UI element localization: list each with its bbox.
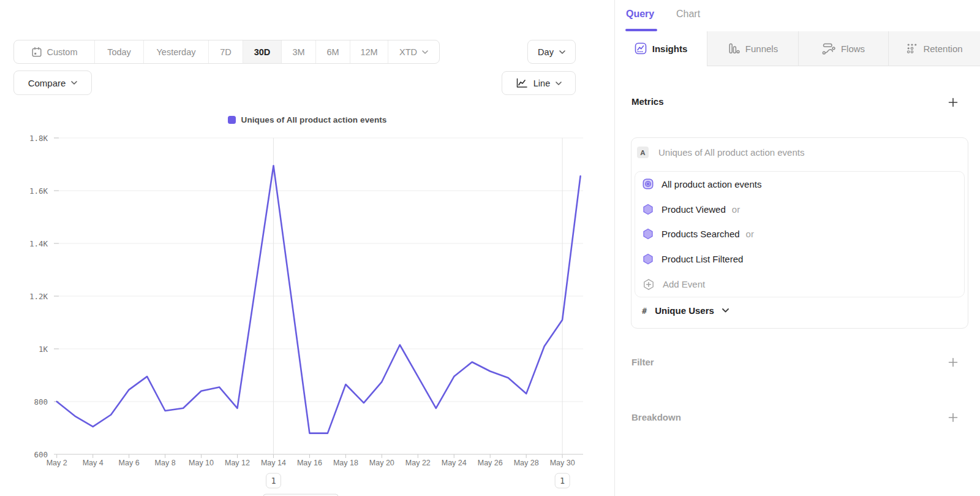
- event-list: All product action events Product Viewed…: [635, 171, 965, 297]
- flows-icon: [822, 42, 835, 55]
- x-tick-label: May 14: [261, 459, 286, 467]
- range-xtd-button[interactable]: XTD: [388, 40, 439, 63]
- range-label: Custom: [47, 47, 78, 57]
- event-row[interactable]: Products Searched or: [635, 222, 964, 247]
- chart-pane: 1.8K1.6K1.4K1.2K1K800600May 2May 4May 6M…: [0, 0, 614, 496]
- granularity-button[interactable]: Day: [527, 40, 576, 64]
- chart-type-button[interactable]: Line: [502, 71, 576, 95]
- aggregation-selector[interactable]: # Unique Users: [642, 305, 729, 316]
- range-custom-button[interactable]: Custom: [14, 40, 95, 63]
- event-name: Products Searched: [662, 229, 740, 239]
- event-operator: or: [732, 204, 740, 215]
- tab-funnels[interactable]: Funnels: [707, 31, 798, 66]
- breakdown-heading: Breakdown: [631, 412, 681, 422]
- add-event-label: Add Event: [663, 279, 705, 289]
- report-type-tabs: Insights Funnels Flows: [615, 31, 980, 66]
- metric-card: A Uniques of All product action events A…: [631, 137, 968, 329]
- y-tick-label: 600: [34, 450, 48, 459]
- chevron-down-icon: [559, 50, 565, 54]
- range-30d-button[interactable]: 30D: [243, 40, 282, 63]
- x-tick-label: May 28: [514, 459, 539, 467]
- x-tick-label: May 22: [405, 459, 431, 467]
- x-tick-label: May 12: [225, 459, 250, 467]
- range-yesterday-button[interactable]: Yesterday: [144, 40, 209, 63]
- funnels-icon: [728, 42, 740, 55]
- granularity-label: Day: [538, 47, 554, 57]
- range-label: Yesterday: [157, 47, 196, 57]
- y-tick-label: 1.2K: [29, 292, 48, 301]
- y-tick-label: 1.6K: [29, 186, 48, 196]
- event-row[interactable]: All product action events: [635, 172, 964, 197]
- event-row[interactable]: Product Viewed or: [635, 197, 964, 222]
- tab-chart[interactable]: Chart: [676, 9, 700, 20]
- metric-letter-badge: A: [637, 147, 649, 158]
- range-12m-button[interactable]: 12M: [350, 40, 388, 63]
- number-icon: #: [642, 306, 647, 316]
- annotation-badge[interactable]: [555, 473, 570, 488]
- x-tick-label: May 30: [550, 459, 575, 467]
- query-panel: Query Chart Insights Funnels: [614, 0, 980, 496]
- aggregation-label: Unique Users: [655, 305, 714, 316]
- range-3m-button[interactable]: 3M: [282, 40, 316, 63]
- tab-query[interactable]: Query: [626, 9, 654, 20]
- event-hexagon-icon: [643, 228, 654, 240]
- event-name: All product action events: [662, 179, 761, 189]
- add-metric-button[interactable]: [948, 97, 958, 107]
- legend-swatch: [228, 116, 236, 124]
- tab-insights[interactable]: Insights: [615, 31, 707, 66]
- x-tick-label: May 24: [442, 459, 467, 467]
- range-6m-button[interactable]: 6M: [316, 40, 350, 63]
- tab-label: Retention: [923, 44, 962, 54]
- add-filter-button[interactable]: [948, 357, 958, 367]
- event-hexagon-icon: [643, 253, 654, 265]
- event-name: Product Viewed: [662, 204, 726, 215]
- calendar-icon: [31, 47, 42, 58]
- range-today-button[interactable]: Today: [95, 40, 144, 63]
- tab-flows[interactable]: Flows: [798, 31, 888, 66]
- y-tick-label: 1.4K: [29, 239, 48, 248]
- event-row[interactable]: Product List Filtered: [635, 246, 964, 272]
- x-tick-label: May 2: [47, 459, 67, 467]
- x-tick-label: May 6: [119, 459, 140, 467]
- metric-header[interactable]: A Uniques of All product action events: [637, 147, 804, 158]
- filter-heading: Filter: [631, 357, 654, 367]
- x-tick-label: May 8: [155, 459, 176, 467]
- range-label: 12M: [360, 47, 377, 57]
- insights-icon: [635, 42, 647, 55]
- range-label: XTD: [399, 47, 417, 57]
- chevron-down-icon: [71, 81, 77, 85]
- x-tick-label: May 26: [478, 459, 503, 467]
- compare-button[interactable]: Compare: [13, 71, 92, 95]
- tab-retention[interactable]: Retention: [888, 31, 980, 66]
- metrics-heading: Metrics: [631, 96, 664, 107]
- add-event-button[interactable]: Add Event: [635, 272, 964, 297]
- range-label: 7D: [220, 47, 232, 57]
- range-label: 30D: [254, 47, 271, 57]
- metric-title: Uniques of All product action events: [658, 147, 804, 158]
- retention-icon: [907, 43, 918, 54]
- event-hexagon-icon: [643, 204, 654, 215]
- add-event-icon: [643, 278, 655, 291]
- event-name: Product List Filtered: [662, 254, 743, 264]
- chart-legend[interactable]: Uniques of All product action events: [0, 115, 614, 124]
- event-operator: or: [746, 229, 754, 239]
- x-tick-label: May 4: [83, 459, 104, 467]
- range-7d-button[interactable]: 7D: [209, 40, 243, 63]
- chevron-down-icon: [556, 82, 562, 85]
- custom-event-icon: [643, 178, 654, 189]
- add-breakdown-button[interactable]: [948, 413, 958, 422]
- chevron-down-icon: [722, 308, 729, 313]
- range-label: 6M: [326, 47, 339, 57]
- annotation-badge[interactable]: [266, 473, 281, 488]
- active-tab-underline: [625, 29, 657, 31]
- date-range-selector: Custom Today Yesterday 7D 30D 3M 6M 12M …: [13, 40, 440, 64]
- line-chart-icon: [516, 78, 528, 88]
- range-label: 3M: [292, 47, 304, 57]
- x-tick-label: May 20: [369, 459, 394, 467]
- tab-label: Funnels: [745, 44, 778, 54]
- x-tick-label: May 10: [189, 459, 214, 467]
- x-tick-label: May 18: [333, 459, 358, 467]
- legend-label: Uniques of All product action events: [241, 115, 387, 124]
- x-tick-label: May 16: [297, 459, 322, 467]
- y-tick-label: 800: [34, 397, 48, 406]
